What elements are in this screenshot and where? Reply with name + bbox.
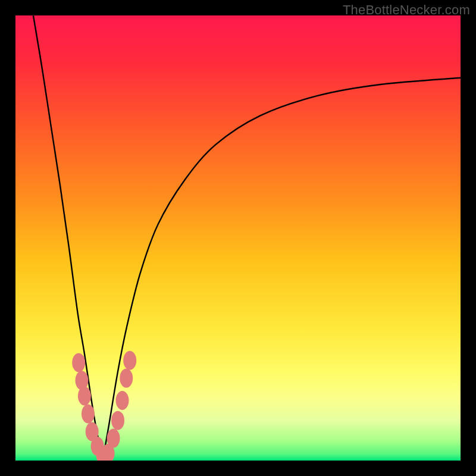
data-marker — [107, 429, 120, 448]
chart-frame: TheBottleNecker.com — [0, 0, 476, 476]
data-marker — [82, 404, 95, 423]
plot-area — [15, 15, 461, 461]
bottleneck-chart — [15, 15, 461, 461]
data-marker — [120, 369, 133, 388]
data-marker — [72, 353, 85, 372]
data-marker — [123, 351, 136, 370]
data-marker — [78, 387, 91, 406]
data-marker — [116, 391, 129, 410]
data-marker — [111, 411, 124, 430]
